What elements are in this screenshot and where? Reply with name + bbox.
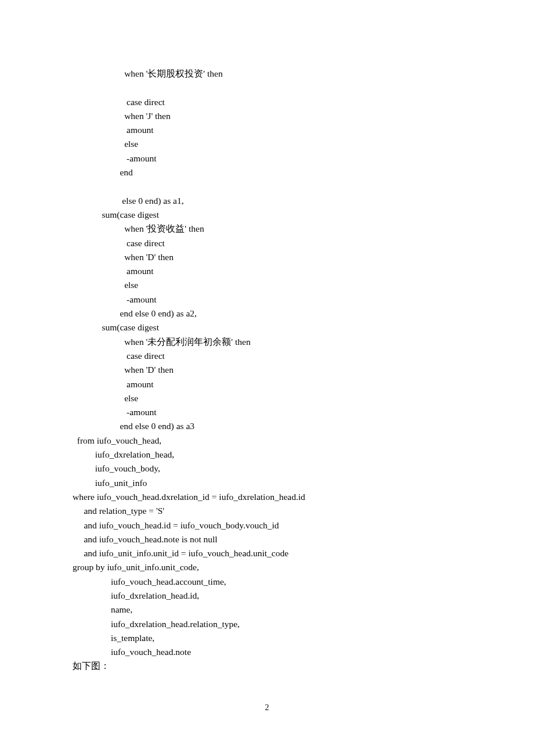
code-line: and iufo_unit_info.unit_id = iufo_vouch_… — [73, 546, 461, 560]
code-line: iufo_unit_info — [73, 476, 461, 490]
code-block: when '长期股权投资' then case direct when 'J' … — [73, 67, 461, 674]
code-line: case direct — [73, 349, 461, 363]
code-line — [73, 81, 461, 95]
code-line: when 'D' then — [73, 250, 461, 264]
page-number: 2 — [0, 703, 534, 712]
code-line: end else 0 end) as a3 — [73, 419, 461, 433]
code-line: from iufo_vouch_head, — [73, 434, 461, 448]
code-line: else — [73, 391, 461, 405]
code-line: when 'J' then — [73, 109, 461, 123]
code-line: else 0 end) as a1, — [73, 194, 461, 208]
document-page: when '长期股权投资' then case direct when 'J' … — [0, 0, 534, 674]
code-line: iufo_vouch_head.note — [73, 645, 461, 659]
code-line: is_template, — [73, 631, 461, 645]
code-line: amount — [73, 377, 461, 391]
code-line: name, — [73, 603, 461, 617]
code-line: amount — [73, 123, 461, 137]
code-line: and relation_type = 'S' — [73, 504, 461, 518]
code-line: else — [73, 137, 461, 151]
code-line: where iufo_vouch_head.dxrelation_id = iu… — [73, 490, 461, 504]
code-line: and iufo_vouch_head.id = iufo_vouch_body… — [73, 519, 461, 532]
code-line — [73, 179, 461, 193]
code-line: group by iufo_unit_info.unit_code, — [73, 560, 461, 574]
code-line: iufo_dxrelation_head, — [73, 448, 461, 462]
code-line: case direct — [73, 95, 461, 109]
code-line: iufo_vouch_body, — [73, 462, 461, 476]
code-line: iufo_dxrelation_head.relation_type, — [73, 617, 461, 631]
code-line: sum(case digest — [73, 321, 461, 334]
code-line: when '长期股权投资' then — [73, 67, 461, 81]
code-line: when 'D' then — [73, 363, 461, 377]
code-line: sum(case digest — [73, 208, 461, 222]
code-line: case direct — [73, 236, 461, 250]
code-line: when '投资收益' then — [73, 222, 461, 236]
code-line: when '未分配利润年初余额' then — [73, 335, 461, 349]
code-line: amount — [73, 264, 461, 278]
code-line: -amount — [73, 293, 461, 307]
code-line: iufo_dxrelation_head.id, — [73, 589, 461, 603]
code-line: -amount — [73, 405, 461, 419]
code-line: -amount — [73, 152, 461, 165]
code-line: and iufo_vouch_head.note is not null — [73, 532, 461, 546]
code-line: end else 0 end) as a2, — [73, 307, 461, 321]
code-line: iufo_vouch_head.account_time, — [73, 575, 461, 589]
code-line: 如下图： — [73, 659, 461, 673]
code-line: else — [73, 278, 461, 292]
code-line: end — [73, 165, 461, 179]
